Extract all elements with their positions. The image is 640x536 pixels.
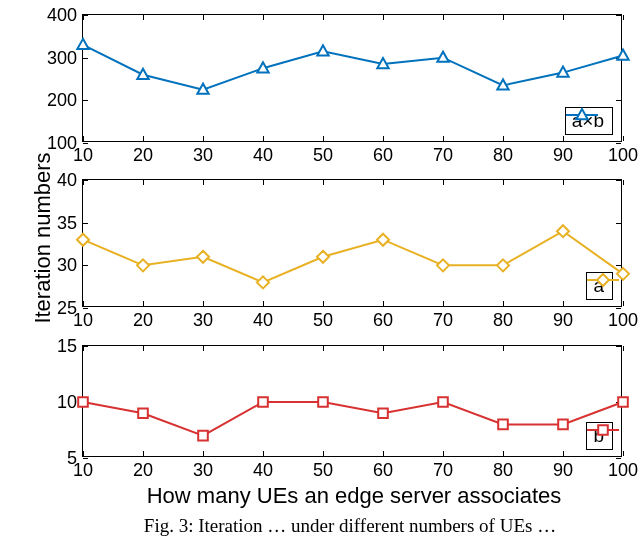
svg-rect-25 bbox=[138, 408, 148, 418]
x-tick-label: 60 bbox=[373, 141, 393, 166]
svg-rect-24 bbox=[78, 397, 88, 407]
x-tick-label: 100 bbox=[608, 141, 638, 166]
x-tick-label: 70 bbox=[433, 141, 453, 166]
svg-rect-32 bbox=[558, 420, 568, 430]
svg-marker-2 bbox=[197, 84, 208, 94]
svg-marker-0 bbox=[77, 39, 88, 49]
y-tick-label: 35 bbox=[57, 212, 83, 233]
series-line bbox=[83, 180, 623, 308]
x-tick-label: 40 bbox=[253, 456, 273, 481]
svg-rect-29 bbox=[378, 408, 388, 418]
svg-marker-7 bbox=[497, 79, 508, 89]
x-tick-label: 50 bbox=[313, 456, 333, 481]
svg-marker-11 bbox=[576, 109, 587, 119]
svg-marker-1 bbox=[137, 69, 148, 79]
svg-marker-16 bbox=[317, 251, 329, 263]
series-line bbox=[83, 15, 623, 143]
svg-marker-6 bbox=[437, 52, 448, 62]
x-tick-label: 70 bbox=[433, 306, 453, 331]
x-tick-label: 80 bbox=[493, 306, 513, 331]
svg-marker-23 bbox=[597, 274, 609, 286]
x-tick-label: 90 bbox=[553, 141, 573, 166]
x-tick-label: 90 bbox=[553, 306, 573, 331]
x-tick-label: 90 bbox=[553, 456, 573, 481]
svg-rect-30 bbox=[438, 397, 448, 407]
svg-marker-18 bbox=[437, 259, 449, 271]
svg-marker-19 bbox=[497, 259, 509, 271]
series-line bbox=[83, 346, 623, 458]
svg-marker-13 bbox=[137, 259, 149, 271]
x-tick-label: 70 bbox=[433, 456, 453, 481]
x-tick-label: 20 bbox=[133, 456, 153, 481]
figure-caption: Fig. 3: Iteration … under different numb… bbox=[144, 515, 556, 536]
x-tick-label: 40 bbox=[253, 141, 273, 166]
x-tick-label: 10 bbox=[73, 141, 93, 166]
svg-rect-27 bbox=[258, 397, 268, 407]
svg-rect-35 bbox=[599, 425, 609, 435]
x-tick-label: 10 bbox=[73, 306, 93, 331]
y-tick-label: 200 bbox=[47, 90, 83, 111]
legend: a×b bbox=[565, 107, 613, 135]
y-tick-label: 400 bbox=[47, 5, 83, 26]
x-tick-label: 80 bbox=[493, 141, 513, 166]
x-tick-label: 30 bbox=[193, 141, 213, 166]
x-tick-label: 30 bbox=[193, 456, 213, 481]
svg-rect-28 bbox=[318, 397, 328, 407]
legend: a bbox=[586, 272, 613, 300]
svg-marker-17 bbox=[377, 234, 389, 246]
y-tick-label: 40 bbox=[57, 170, 83, 191]
x-tick-label: 10 bbox=[73, 456, 93, 481]
x-axis-label: How many UEs an edge server associates bbox=[147, 483, 562, 509]
svg-rect-26 bbox=[198, 431, 208, 441]
svg-marker-8 bbox=[557, 67, 568, 77]
x-tick-label: 30 bbox=[193, 306, 213, 331]
svg-marker-9 bbox=[617, 50, 628, 60]
svg-rect-33 bbox=[618, 397, 628, 407]
svg-marker-5 bbox=[377, 58, 388, 68]
svg-rect-31 bbox=[498, 420, 508, 430]
chart-panel-0: 100200300400102030405060708090100a×b bbox=[82, 14, 622, 142]
x-tick-label: 100 bbox=[608, 456, 638, 481]
y-axis-label: Iteration numbers bbox=[30, 152, 56, 323]
y-tick-label: 15 bbox=[57, 336, 83, 357]
chart-panel-1: 25303540102030405060708090100a bbox=[82, 179, 622, 307]
svg-marker-4 bbox=[317, 45, 328, 55]
legend: b bbox=[586, 422, 613, 450]
y-tick-label: 30 bbox=[57, 255, 83, 276]
svg-marker-14 bbox=[197, 251, 209, 263]
chart-panel-2: 51015102030405060708090100b bbox=[82, 345, 622, 457]
x-tick-label: 20 bbox=[133, 141, 153, 166]
x-tick-label: 50 bbox=[313, 306, 333, 331]
y-tick-label: 300 bbox=[47, 47, 83, 68]
x-tick-label: 50 bbox=[313, 141, 333, 166]
svg-marker-15 bbox=[257, 276, 269, 288]
svg-marker-12 bbox=[77, 234, 89, 246]
svg-marker-3 bbox=[257, 62, 268, 72]
x-tick-label: 100 bbox=[608, 306, 638, 331]
x-tick-label: 60 bbox=[373, 456, 393, 481]
x-tick-label: 20 bbox=[133, 306, 153, 331]
x-tick-label: 60 bbox=[373, 306, 393, 331]
x-tick-label: 80 bbox=[493, 456, 513, 481]
x-tick-label: 40 bbox=[253, 306, 273, 331]
